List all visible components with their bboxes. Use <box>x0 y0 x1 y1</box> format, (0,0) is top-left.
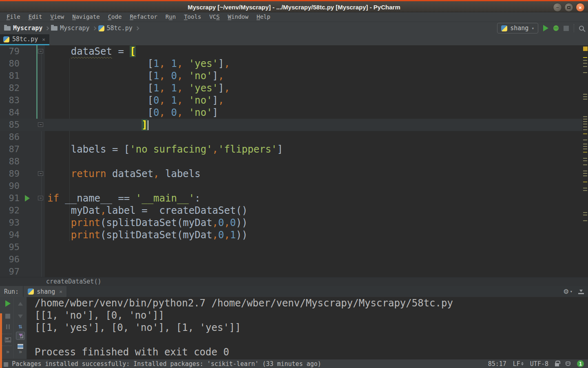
caret-position[interactable]: 85:17 <box>488 360 506 368</box>
hide-panel-icon[interactable] <box>578 289 584 294</box>
menu-file[interactable]: File <box>2 12 24 22</box>
stripe-mark[interactable] <box>583 220 587 221</box>
code-line-92[interactable]: 92 myDat,label = createDataSet() <box>0 204 582 217</box>
settings-gear-button[interactable]: ⚙ ▾ <box>563 288 573 295</box>
more-actions-button[interactable]: » <box>3 348 13 356</box>
title-bar[interactable]: Myscrapy [~/venv/Myscrapy] - .../Myscrap… <box>0 0 588 12</box>
code-line-90[interactable]: 90 <box>0 180 582 192</box>
menu-window[interactable]: Window <box>224 12 253 22</box>
next-occurrence-button[interactable] <box>15 312 25 320</box>
restore-layout-button[interactable] <box>3 336 13 344</box>
code-line-88[interactable]: 88 <box>0 155 582 168</box>
stop-process-button[interactable] <box>3 312 13 320</box>
rerun-button[interactable] <box>3 299 13 308</box>
code-line-81[interactable]: 81 [1, 0, 'no'], <box>0 70 582 82</box>
tab-close-icon[interactable]: × <box>42 36 45 42</box>
breadcrumb-item[interactable]: Myscrapy <box>4 24 42 32</box>
stripe-mark[interactable] <box>583 99 587 100</box>
code-line-96[interactable]: 96 <box>0 253 582 266</box>
fold-icon[interactable]: − <box>38 122 43 127</box>
stripe-mark[interactable] <box>583 121 587 122</box>
breadcrumb-item[interactable]: 58tc.py <box>98 24 133 32</box>
stripe-mark[interactable] <box>583 158 587 159</box>
code-line-95[interactable]: 95 <box>0 241 582 253</box>
debug-button[interactable] <box>553 25 559 31</box>
lock-icon[interactable] <box>555 363 559 366</box>
stripe-mark[interactable] <box>583 63 587 64</box>
pause-output-button[interactable] <box>3 323 13 331</box>
fold-icon[interactable]: − <box>38 196 43 200</box>
editor-tab-58tc[interactable]: 58tc.py × <box>0 34 49 45</box>
stripe-mark[interactable] <box>583 140 587 140</box>
fold-icon[interactable]: − <box>38 49 43 53</box>
stripe-mark[interactable] <box>583 116 587 117</box>
stripe-mark[interactable] <box>583 72 587 73</box>
status-message[interactable]: Packages installed successfully: Install… <box>12 360 321 368</box>
code-line-91[interactable]: 91−if __name__ == '__main__': <box>0 192 582 204</box>
soft-wrap-button[interactable]: ⇅ <box>15 322 25 330</box>
menu-refactor[interactable]: Refactor <box>126 12 161 22</box>
stripe-mark[interactable] <box>583 188 587 188</box>
menu-run[interactable]: Run <box>161 12 180 22</box>
menu-help[interactable]: Help <box>252 12 274 22</box>
stripe-mark[interactable] <box>583 126 587 127</box>
stripe-mark[interactable] <box>583 152 587 153</box>
menu-tools[interactable]: Tools <box>180 12 205 22</box>
tab-close-icon[interactable]: × <box>59 288 62 295</box>
error-stripe[interactable] <box>582 45 588 277</box>
stripe-mark[interactable] <box>583 175 587 176</box>
menu-vcs[interactable]: VCS <box>205 12 223 22</box>
stripe-mark[interactable] <box>583 119 587 120</box>
context-breadcrumb[interactable]: createDataSet() <box>46 278 101 285</box>
line-separator-widget[interactable]: LF <box>513 360 524 368</box>
code-line-83[interactable]: 83 [0, 1, 'no'], <box>0 94 582 106</box>
code-line-79[interactable]: 79− dataSet = [ <box>0 45 582 58</box>
scroll-to-end-button[interactable] <box>15 332 25 340</box>
code-line-94[interactable]: 94 print(splitDataSet(myDat,0,1)) <box>0 229 582 241</box>
stripe-mark[interactable] <box>583 94 587 95</box>
run-configuration-select[interactable]: shang ▾ <box>497 23 538 33</box>
editor[interactable]: 79− dataSet = [80 [1, 1, 'yes'],81 [1, 0… <box>0 45 588 277</box>
event-log-badge[interactable]: 1 <box>577 360 584 367</box>
stripe-mark[interactable] <box>583 129 587 130</box>
tool-window-switcher-icon[interactable]: ▦ <box>3 361 9 367</box>
minimize-button[interactable]: − <box>553 3 562 12</box>
stripe-mark[interactable] <box>583 57 587 58</box>
stripe-mark[interactable] <box>583 182 587 182</box>
stripe-mark[interactable] <box>583 146 587 147</box>
stripe-mark[interactable] <box>583 160 587 161</box>
inspection-status-icon[interactable] <box>583 47 588 51</box>
menu-view[interactable]: View <box>46 12 68 22</box>
prev-occurrence-button[interactable] <box>15 299 25 308</box>
fold-icon[interactable]: − <box>38 171 43 176</box>
code-line-82[interactable]: 82 [1, 1, 'yes'], <box>0 82 582 94</box>
menu-code[interactable]: Code <box>104 12 126 22</box>
stripe-mark[interactable] <box>583 215 587 215</box>
code-line-84[interactable]: 84 [0, 0, 'no'] <box>0 106 582 119</box>
stripe-mark[interactable] <box>583 96 587 97</box>
stripe-mark[interactable] <box>583 149 587 149</box>
maximize-button[interactable] <box>564 3 573 12</box>
code-line-87[interactable]: 87 labels = ['no surfacing','flippers'] <box>0 143 582 155</box>
code-line-93[interactable]: 93 print(splitDataSet(myDat,0,0)) <box>0 217 582 229</box>
run-console[interactable]: /home/wber/venv/bin/python2.7 /home/wber… <box>27 297 588 359</box>
stripe-mark[interactable] <box>583 144 587 144</box>
stripe-mark[interactable] <box>583 164 587 165</box>
stop-button[interactable] <box>564 26 569 31</box>
code-line-97[interactable]: 97 <box>0 266 582 277</box>
close-button[interactable]: × <box>576 3 585 12</box>
breadcrumb-item[interactable]: Myscrapy <box>51 24 89 32</box>
stripe-mark[interactable] <box>583 212 587 213</box>
code-line-86[interactable]: 86 <box>0 131 582 143</box>
stripe-mark[interactable] <box>583 124 587 124</box>
hector-inspector-icon[interactable] <box>566 361 570 366</box>
code-line-80[interactable]: 80 [1, 1, 'yes'], <box>0 58 582 70</box>
stripe-mark[interactable] <box>583 190 587 191</box>
stripe-mark[interactable] <box>583 173 587 174</box>
search-icon[interactable] <box>579 26 584 31</box>
stripe-mark[interactable] <box>583 60 587 61</box>
run-button[interactable] <box>543 25 548 31</box>
stripe-mark[interactable] <box>583 133 587 134</box>
run-line-icon[interactable] <box>25 195 30 202</box>
code-line-89[interactable]: 89− return dataSet, labels <box>0 168 582 180</box>
